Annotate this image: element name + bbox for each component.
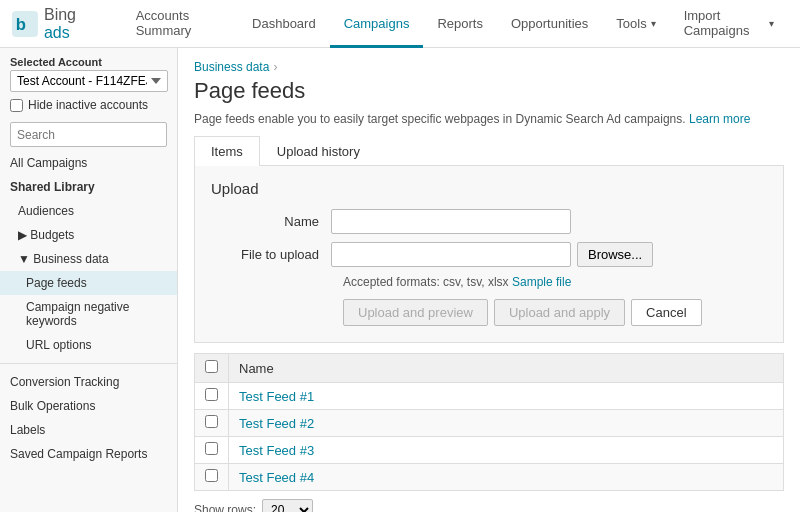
feed-link[interactable]: Test Feed #3 bbox=[239, 443, 314, 458]
cancel-button[interactable]: Cancel bbox=[631, 299, 701, 326]
row-checkbox[interactable] bbox=[205, 469, 218, 482]
row-name-cell: Test Feed #3 bbox=[229, 437, 784, 464]
page-description: Page feeds enable you to easily target s… bbox=[194, 112, 784, 126]
top-navigation: b Bing ads Accounts Summary Dashboard Ca… bbox=[0, 0, 800, 48]
show-rows-select[interactable]: 10 20 50 100 bbox=[262, 499, 313, 512]
tab-upload-history[interactable]: Upload history bbox=[260, 136, 377, 166]
show-rows-control: Show rows: 10 20 50 100 bbox=[194, 499, 784, 512]
sidebar-item-conversion-tracking[interactable]: Conversion Tracking bbox=[0, 370, 177, 394]
nav-reports[interactable]: Reports bbox=[423, 1, 497, 48]
name-row: Name bbox=[211, 209, 767, 234]
select-all-checkbox[interactable] bbox=[205, 360, 218, 373]
tools-arrow-icon: ▾ bbox=[651, 18, 656, 29]
nav-opportunities[interactable]: Opportunities bbox=[497, 1, 602, 48]
svg-text:b: b bbox=[16, 14, 26, 33]
table-row: Test Feed #4 bbox=[195, 464, 784, 491]
sidebar-item-budgets[interactable]: ▶ Budgets bbox=[0, 223, 177, 247]
table-header-row: Name bbox=[195, 354, 784, 383]
table-row: Test Feed #1 bbox=[195, 383, 784, 410]
col-checkbox bbox=[195, 354, 229, 383]
sidebar: Selected Account Test Account - F114ZFEJ… bbox=[0, 48, 178, 512]
name-label: Name bbox=[211, 214, 331, 229]
sidebar-item-bulk-operations[interactable]: Bulk Operations bbox=[0, 394, 177, 418]
browse-button[interactable]: Browse... bbox=[577, 242, 653, 267]
sidebar-item-audiences[interactable]: Audiences bbox=[0, 199, 177, 223]
row-checkbox[interactable] bbox=[205, 388, 218, 401]
selected-account-label: Selected Account bbox=[0, 48, 177, 70]
file-input[interactable] bbox=[331, 242, 571, 267]
nav-tools[interactable]: Tools ▾ bbox=[602, 1, 669, 48]
upload-section: Upload Name File to upload Browse... Acc… bbox=[194, 166, 784, 343]
row-checkbox-cell bbox=[195, 464, 229, 491]
table-row: Test Feed #2 bbox=[195, 410, 784, 437]
tab-items[interactable]: Items bbox=[194, 136, 260, 166]
logo: b Bing ads bbox=[12, 6, 102, 42]
sidebar-item-page-feeds[interactable]: Page feeds bbox=[0, 271, 177, 295]
accepted-formats: Accepted formats: csv, tsv, xlsx Sample … bbox=[343, 275, 767, 289]
content-tabs: Items Upload history bbox=[194, 136, 784, 166]
upload-title: Upload bbox=[211, 180, 767, 197]
search-box: 🔍 bbox=[10, 122, 167, 147]
search-input[interactable] bbox=[11, 124, 167, 146]
hide-inactive-checkbox[interactable] bbox=[10, 99, 23, 112]
row-checkbox-cell bbox=[195, 410, 229, 437]
feed-link[interactable]: Test Feed #1 bbox=[239, 389, 314, 404]
row-name-cell: Test Feed #1 bbox=[229, 383, 784, 410]
feeds-table: Name Test Feed #1 Test Feed #2 bbox=[194, 353, 784, 491]
row-checkbox-cell bbox=[195, 383, 229, 410]
sidebar-item-business-data[interactable]: ▼ Business data bbox=[0, 247, 177, 271]
sidebar-divider bbox=[0, 363, 177, 364]
sidebar-item-campaign-negative-keywords[interactable]: Campaign negative keywords bbox=[0, 295, 177, 333]
table-row: Test Feed #3 bbox=[195, 437, 784, 464]
sidebar-item-url-options[interactable]: URL options bbox=[0, 333, 177, 357]
hide-inactive-label: Hide inactive accounts bbox=[28, 98, 148, 112]
main-content: Business data › Page feeds Page feeds en… bbox=[178, 48, 800, 512]
bing-logo-icon: b bbox=[12, 10, 38, 38]
upload-preview-button[interactable]: Upload and preview bbox=[343, 299, 488, 326]
account-selector[interactable]: Test Account - F114ZFEJ bbox=[10, 70, 168, 92]
show-rows-label: Show rows: bbox=[194, 503, 256, 512]
nav-import-campaigns[interactable]: Import Campaigns ▾ bbox=[670, 1, 788, 48]
feed-link[interactable]: Test Feed #4 bbox=[239, 470, 314, 485]
feed-link[interactable]: Test Feed #2 bbox=[239, 416, 314, 431]
feeds-table-section: Name Test Feed #1 Test Feed #2 bbox=[194, 353, 784, 512]
file-row: File to upload Browse... bbox=[211, 242, 767, 267]
hide-inactive-row: Hide inactive accounts bbox=[0, 96, 177, 118]
action-buttons: Upload and preview Upload and apply Canc… bbox=[343, 299, 767, 326]
name-input[interactable] bbox=[331, 209, 571, 234]
main-layout: Selected Account Test Account - F114ZFEJ… bbox=[0, 48, 800, 512]
nav-accounts-summary[interactable]: Accounts Summary bbox=[122, 1, 238, 48]
nav-dashboard[interactable]: Dashboard bbox=[238, 1, 330, 48]
sidebar-item-labels[interactable]: Labels bbox=[0, 418, 177, 442]
table-body: Test Feed #1 Test Feed #2 Test Feed #3 T… bbox=[195, 383, 784, 491]
nav-links: Accounts Summary Dashboard Campaigns Rep… bbox=[122, 0, 788, 47]
row-name-cell: Test Feed #4 bbox=[229, 464, 784, 491]
import-arrow-icon: ▾ bbox=[769, 18, 774, 29]
page-title: Page feeds bbox=[194, 78, 784, 104]
row-checkbox-cell bbox=[195, 437, 229, 464]
breadcrumb: Business data › bbox=[194, 60, 784, 74]
col-name: Name bbox=[229, 354, 784, 383]
breadcrumb-separator: › bbox=[273, 60, 277, 74]
row-checkbox[interactable] bbox=[205, 442, 218, 455]
sample-file-link[interactable]: Sample file bbox=[512, 275, 571, 289]
sidebar-shared-library-header: Shared Library bbox=[0, 175, 177, 199]
logo-text: Bing ads bbox=[44, 6, 102, 42]
row-checkbox[interactable] bbox=[205, 415, 218, 428]
sidebar-item-all-campaigns[interactable]: All Campaigns bbox=[0, 151, 177, 175]
learn-more-link[interactable]: Learn more bbox=[689, 112, 750, 126]
row-name-cell: Test Feed #2 bbox=[229, 410, 784, 437]
file-label: File to upload bbox=[211, 247, 331, 262]
nav-campaigns[interactable]: Campaigns bbox=[330, 1, 424, 48]
breadcrumb-business-data[interactable]: Business data bbox=[194, 60, 269, 74]
upload-apply-button[interactable]: Upload and apply bbox=[494, 299, 625, 326]
sidebar-item-saved-campaign-reports[interactable]: Saved Campaign Reports bbox=[0, 442, 177, 466]
